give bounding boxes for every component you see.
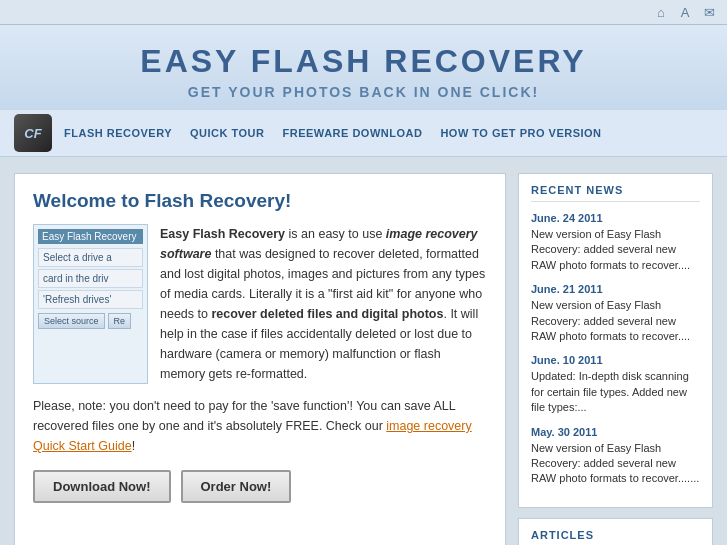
ss-select-btn[interactable]: Select source [38,313,105,329]
news-item-0: June. 24 2011 New version of Easy Flash … [531,212,700,273]
intro-text1: is an easy to use [285,227,386,241]
ss-row3: 'Refresh drives' [38,290,143,309]
news-date-1: June. 21 2011 [531,283,700,295]
ss-re-btn[interactable]: Re [108,313,132,329]
sidebar: RECENT NEWS June. 24 2011 New version of… [518,173,713,545]
download-button[interactable]: Download Now! [33,470,171,503]
nav-area: CF FLASH RECOVERY QUICK TOUR FREEWARE DO… [0,110,727,157]
main-layout: Welcome to Flash Recovery! Easy Flash Re… [0,157,727,545]
news-item-1: June. 21 2011 New version of Easy Flash … [531,283,700,344]
news-text-1: New version of Easy Flash Recovery: adde… [531,298,700,344]
articles-box: ARTICLES Flash Recovery Tips [518,518,713,545]
product-description: Easy Flash Recovery is an easy to use im… [160,224,487,384]
note-text4: . Check our [319,419,386,433]
nav-links: FLASH RECOVERY QUICK TOUR FREEWARE DOWNL… [64,127,602,139]
logo: CF [14,114,52,152]
header: EASY FLASH RECOVERY GET YOUR PHOTOS BACK… [0,25,727,110]
nav-freeware-download[interactable]: FREEWARE DOWNLOAD [283,127,423,139]
note-section: Please, note: you don't need to pay for … [33,396,487,456]
ss-btn-row: Select source Re [38,313,143,329]
top-bar: ⌂ A ✉ [0,0,727,25]
ss-app-title: Easy Flash Recovery [38,229,143,244]
news-date-2: June. 10 2011 [531,354,700,366]
logo-text: CF [24,126,41,141]
intro-bold2: recover deleted files and digital photos [211,307,443,321]
note-text1: : you don't need to pay for the [103,399,271,413]
note-bold2: ALL [434,399,456,413]
order-button[interactable]: Order Now! [181,470,292,503]
news-text-3: New version of Easy Flash Recovery: adde… [531,441,700,487]
news-item-3: May. 30 2011 New version of Easy Flash R… [531,426,700,487]
welcome-title: Welcome to Flash Recovery! [33,190,487,212]
nav-pro-version[interactable]: HOW TO GET PRO VERSION [440,127,601,139]
news-date-3: May. 30 2011 [531,426,700,438]
news-text-0: New version of Easy Flash Recovery: adde… [531,227,700,273]
news-text-2: Updated: In-depth disk scanning for cert… [531,369,700,415]
ss-row2: card in the driv [38,269,143,288]
news-item-2: June. 10 2011 Updated: In-depth disk sca… [531,354,700,415]
note-text5: ! [132,439,135,453]
content-area: Welcome to Flash Recovery! Easy Flash Re… [14,173,506,545]
tagline: GET YOUR PHOTOS BACK IN ONE CLICK! [20,84,707,100]
recent-news-box: RECENT NEWS June. 24 2011 New version of… [518,173,713,508]
note-prefix: Please, note [33,399,103,413]
news-date-0: June. 24 2011 [531,212,700,224]
note-bold3: FREE [286,419,319,433]
recent-news-title: RECENT NEWS [531,184,700,202]
product-block: Easy Flash Recovery Select a drive a car… [33,224,487,384]
articles-title: ARTICLES [531,529,700,545]
product-screenshot: Easy Flash Recovery Select a drive a car… [33,224,148,384]
nav-flash-recovery[interactable]: FLASH RECOVERY [64,127,172,139]
note-text3: recovered files one by one and it's abso… [33,419,286,433]
note-text2: ! You can save [349,399,433,413]
page-title: EASY FLASH RECOVERY [20,43,707,80]
button-row: Download Now! Order Now! [33,470,487,503]
brand-name: Easy Flash Recovery [160,227,285,241]
ss-row1: Select a drive a [38,248,143,267]
note-bold1: 'save function' [271,399,349,413]
font-icon[interactable]: A [677,4,693,20]
home-icon[interactable]: ⌂ [653,4,669,20]
nav-quick-tour[interactable]: QUICK TOUR [190,127,264,139]
email-icon[interactable]: ✉ [701,4,717,20]
